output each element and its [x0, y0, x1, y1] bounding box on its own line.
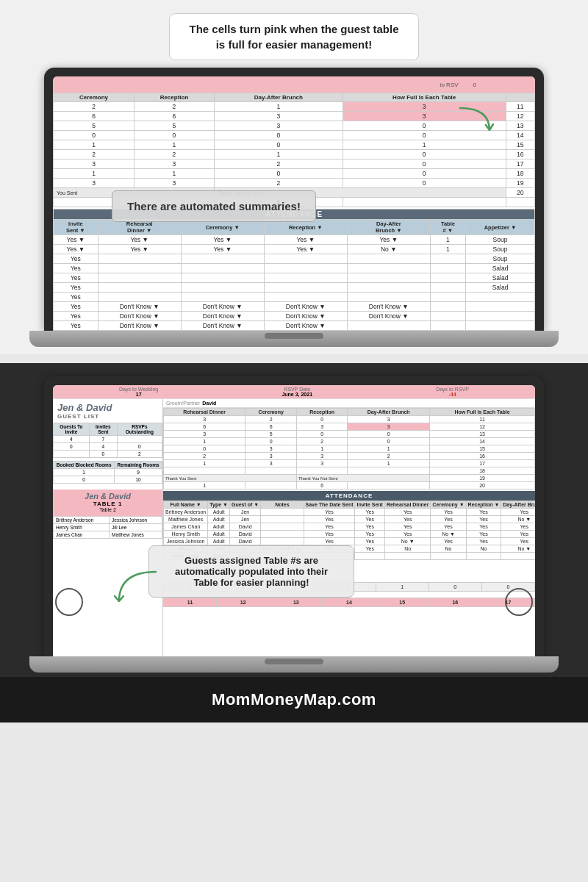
att-col-type: Type ▼: [208, 501, 230, 509]
event-col-rd: Rehearsal Dinner: [164, 409, 245, 416]
col-num: [506, 93, 534, 102]
table-number: Table 2: [55, 507, 160, 512]
att-col-notes: Notes: [261, 501, 304, 509]
col-day-after: Day-After Brunch: [214, 93, 343, 102]
top-callout-text: The cells turn pink when the guest table…: [189, 23, 398, 51]
att-col-dayafter: Day-AfterBrunch ▼: [347, 220, 430, 235]
days-to-wedding-value: 17: [119, 392, 158, 397]
att-col-savetd: Save The Date Sent: [304, 501, 355, 509]
days-to-wedding-label: Days to Wedding: [119, 387, 158, 392]
summary-col-guests: Guests To Invite: [54, 423, 90, 436]
col-ceremony: Ceremony: [54, 93, 135, 102]
bottom-section: Days to Wedding 17 RSVP Date June 3, 202…: [0, 363, 588, 677]
guest-list-label: GUEST LIST: [53, 413, 162, 423]
rsvp-date-value: June 3, 2021: [282, 392, 312, 397]
table-callout-text: Guests assigned Table #s are automatical…: [175, 555, 328, 588]
pink-arrow: [453, 104, 497, 141]
remaining-rooms-label: Remaining Rooms: [115, 462, 162, 469]
table-guests: Brittney AndersonJessica Johnson Henry S…: [53, 516, 162, 539]
laptop-base-top: [29, 331, 559, 347]
groom-label: Groom/Partner: [166, 401, 200, 406]
event-col-dab: Day-After Brunch: [348, 409, 430, 416]
summaries-callout: There are automated summaries!: [112, 190, 316, 222]
table-title: TABLE 1: [55, 501, 160, 507]
list-item: Jessica Johnson: [110, 517, 162, 524]
footer: MomMoneyMap.com: [0, 677, 588, 723]
summary-col-invites: Invites Sent: [89, 423, 117, 436]
days-to-rsvp-value: -44: [436, 392, 469, 397]
event-col-cer: Ceremony: [245, 409, 297, 416]
table-callout: Guests assigned Table #s are automatical…: [148, 545, 354, 598]
col-how-full: How Full Is Each Table: [343, 93, 506, 102]
att-col-table: Table# ▼: [430, 220, 465, 235]
groom-value: David: [202, 401, 216, 406]
col-reception: Reception: [135, 93, 215, 102]
list-item: Jill Lee: [110, 524, 162, 531]
laptop-screen-inner-top: to RSV0 Ceremony Reception Day-After Bru…: [53, 76, 535, 331]
table-brand: Jen & David: [55, 492, 160, 501]
summaries-callout-text: There are automated summaries!: [127, 200, 301, 212]
rooms-table: Booked Blocked Rooms Remaining Rooms 19 …: [53, 461, 162, 484]
booked-rooms-label: Booked Blocked Rooms: [54, 462, 115, 469]
event-col-rec: Reception: [297, 409, 348, 416]
laptop-top: to RSV0 Ceremony Reception Day-After Bru…: [29, 68, 559, 347]
section-divider: [0, 354, 588, 363]
att-col-invite: InviteSent ▼: [54, 220, 98, 235]
summary-table: Guests To Invite Invites Sent RSVPs Outs…: [53, 423, 162, 458]
event-summary-table: Rehearsal Dinner Ceremony Reception Day-…: [163, 408, 535, 490]
top-section: The cells turn pink when the guest table…: [0, 0, 588, 354]
att-col-rd2: Rehearsal Dinner: [384, 501, 431, 509]
laptop-bottom: Days to Wedding 17 RSVP Date June 3, 202…: [29, 376, 559, 673]
attendance-spreadsheet: ATTENDANCE InviteSent ▼ RehearsalDinner …: [53, 209, 535, 331]
event-col-full: How Full Is Each Table: [430, 409, 535, 416]
summary-col-rsvp: RSVPs Outstanding: [117, 423, 162, 436]
pink-footer-table: 11 12 13 14 15 16 17: [163, 598, 535, 607]
top-callout: The cells turn pink when the guest table…: [169, 13, 419, 60]
att-col-invite: Invite Sent: [355, 501, 384, 509]
attendance-label-bottom: ATTENDANCE: [163, 491, 535, 501]
laptop-screen-outer-bottom: Days to Wedding 17 RSVP Date June 3, 202…: [44, 376, 544, 656]
list-item: Matthew Jones: [110, 531, 162, 539]
brand-title: Jen & David: [53, 399, 162, 413]
footer-url: MomMoneyMap.com: [212, 690, 376, 709]
days-to-rsvp-label: Days to RSVP: [436, 387, 469, 392]
list-item: Henry Smith: [54, 524, 110, 531]
list-item: Brittney Anderson: [54, 517, 110, 524]
laptop-screen-inner-bottom: Days to Wedding 17 RSVP Date June 3, 202…: [53, 385, 535, 656]
att-col-name: Full Name ▼: [164, 501, 208, 509]
att-col-appetizer: Appetizer ▼: [466, 220, 535, 235]
rsvp-date-label: RSVP Date: [282, 387, 312, 392]
att-col-guestof: Guest of ▼: [229, 501, 260, 509]
laptop-base-bottom: [29, 656, 559, 673]
laptop-screen-outer-top: to RSV0 Ceremony Reception Day-After Bru…: [44, 68, 544, 331]
att-col-rec2: Reception ▼: [466, 501, 501, 509]
list-item: James Chan: [54, 531, 110, 539]
att-col-cer2: Ceremony ▼: [431, 501, 466, 509]
att-col-dab2: Day-After Brunch: [501, 501, 535, 509]
